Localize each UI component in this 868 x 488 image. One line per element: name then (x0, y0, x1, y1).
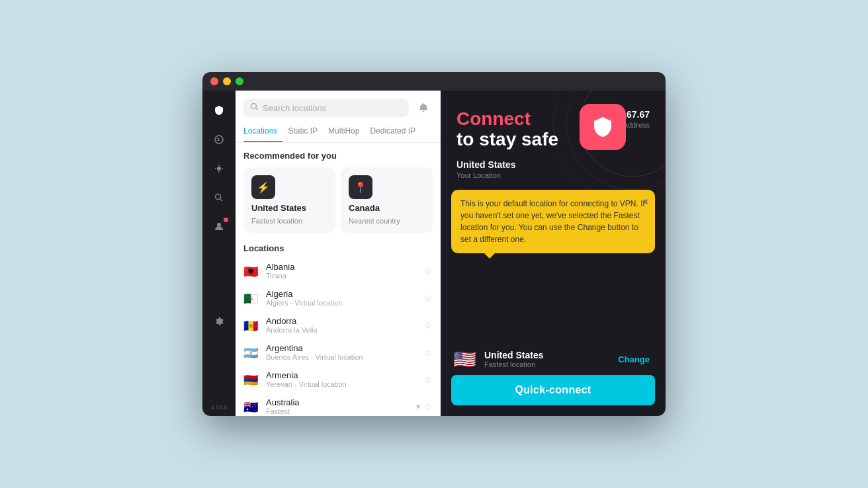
vpn-logo (580, 104, 626, 150)
loc-info-argentina: Argentina Buenos Aires - Virtual locatio… (266, 343, 417, 361)
default-location-tooltip: × This is your default location for conn… (451, 190, 655, 253)
app-window: 4.14.0 (202, 72, 666, 416)
flag-andorra: 🇦🇩 (243, 320, 259, 331)
your-location-info: United States Your Location (456, 159, 650, 179)
loc-sub-andorra: Andorra la Vella (266, 326, 417, 334)
sidebar-item-settings[interactable] (207, 309, 231, 333)
loc-sub-australia: Fastest (266, 407, 410, 415)
loc-actions-albania: ☆ (424, 266, 433, 276)
tooltip-text: This is your default location for connec… (460, 199, 645, 244)
bottom-bar: 🇺🇸 United States Fastest location Change… (441, 341, 666, 416)
svg-point-2 (216, 194, 221, 200)
loc-name-australia: Australia (266, 397, 410, 407)
rec-card-us-icon: ⚡ (251, 175, 275, 199)
sidebar-item-account[interactable] (207, 215, 231, 239)
close-button[interactable] (210, 77, 218, 85)
locations-header: Locations (236, 238, 441, 257)
loc-actions-andorra: ☆ (424, 320, 433, 331)
version-label: 4.14.0 (210, 404, 227, 411)
rec-card-us-sub: Fastest location (251, 217, 327, 225)
star-algeria[interactable]: ☆ (424, 293, 433, 304)
search-icon (250, 102, 259, 113)
left-panel: Locations Static IP MultiHop Dedicated I… (236, 91, 441, 416)
loc-sub-argentina: Buenos Aires - Virtual location (266, 353, 417, 361)
rec-card-us-name: United States (251, 203, 327, 213)
list-item-andorra[interactable]: 🇦🇩 Andorra Andorra la Vella ☆ (236, 311, 441, 339)
sidebar-item-debug[interactable] (207, 157, 231, 181)
search-bar (236, 91, 441, 117)
right-panel: Connect to stay safe United States Your … (441, 91, 666, 416)
locations-section-title: Locations (243, 243, 433, 253)
svg-point-4 (251, 104, 257, 109)
star-andorra[interactable]: ☆ (424, 320, 433, 331)
loc-sub-algeria: Algiers - Virtual location (266, 299, 417, 307)
your-location-label: Your Location (456, 171, 650, 179)
loc-actions-algeria: ☆ (424, 293, 433, 304)
loc-name-algeria: Algeria (266, 289, 417, 299)
rec-card-ca[interactable]: 📍 Canada Nearest country (341, 167, 433, 233)
star-argentina[interactable]: ☆ (424, 347, 433, 358)
selected-loc-info: United States Fastest location (484, 350, 606, 368)
loc-actions-australia: ▾ ☆ (416, 401, 433, 412)
sidebar-item-vpn[interactable] (207, 99, 231, 122)
loc-name-andorra: Andorra (266, 316, 417, 326)
list-item-albania[interactable]: 🇦🇱 Albania Tirana ☆ (236, 257, 441, 284)
flag-australia: 🇦🇺 (243, 401, 259, 412)
rec-card-ca-icon: 📍 (349, 175, 372, 199)
selected-flag: 🇺🇸 (451, 350, 478, 368)
loc-info-armenia: Armenia Yerevan - Virtual location (266, 370, 417, 388)
rec-card-ca-sub: Nearest country (349, 217, 425, 225)
star-armenia[interactable]: ☆ (424, 374, 433, 385)
loc-info-australia: Australia Fastest (266, 397, 410, 415)
list-item-algeria[interactable]: 🇩🇿 Algeria Algiers - Virtual location ☆ (236, 284, 441, 311)
titlebar (202, 72, 666, 91)
recommended-cards: ⚡ United States Fastest location 📍 Canad… (243, 167, 433, 233)
recommended-section: Recommended for you ⚡ United States Fast… (236, 143, 441, 238)
loc-sub-albania: Tirana (266, 272, 417, 280)
list-item-armenia[interactable]: 🇦🇲 Armenia Yerevan - Virtual location ☆ (236, 366, 441, 393)
loc-name-albania: Albania (266, 262, 417, 272)
loc-info-andorra: Andorra Andorra la Vella (266, 316, 417, 334)
locations-list: Recommended for you ⚡ United States Fast… (236, 143, 441, 416)
selected-loc-name: United States (484, 350, 606, 360)
loc-name-armenia: Armenia (266, 370, 417, 380)
your-location-name: United States (456, 159, 650, 170)
flag-armenia: 🇦🇲 (243, 374, 259, 385)
loc-actions-armenia: ☆ (424, 374, 433, 385)
app-body: 4.14.0 (202, 91, 666, 416)
sidebar-item-search[interactable] (207, 186, 231, 210)
list-item-australia[interactable]: 🇦🇺 Australia Fastest ▾ ☆ (236, 393, 441, 416)
connect-section: Connect to stay safe United States Your … (441, 91, 666, 190)
chevron-australia[interactable]: ▾ (416, 402, 420, 411)
search-input[interactable] (263, 103, 402, 113)
rec-card-ca-name: Canada (349, 203, 425, 213)
tab-static-ip[interactable]: Static IP (282, 124, 323, 142)
tab-dedicated-ip[interactable]: Dedicated IP (365, 124, 421, 142)
account-badge (224, 218, 228, 222)
quick-connect-button[interactable]: Quick-connect (451, 375, 655, 405)
loc-info-algeria: Algeria Algiers - Virtual location (266, 289, 417, 307)
loc-name-argentina: Argentina (266, 343, 417, 353)
svg-point-0 (215, 136, 223, 143)
minimize-button[interactable] (223, 77, 231, 85)
star-albania[interactable]: ☆ (424, 266, 433, 276)
tooltip-arrow (484, 253, 495, 259)
svg-point-1 (217, 167, 221, 171)
notification-bell[interactable] (414, 99, 433, 117)
sidebar-item-snooze[interactable] (207, 128, 231, 151)
star-australia[interactable]: ☆ (424, 401, 433, 412)
loc-info-albania: Albania Tirana (266, 262, 417, 280)
tab-multihop[interactable]: MultiHop (323, 124, 365, 142)
flag-argentina: 🇦🇷 (243, 347, 259, 358)
flag-algeria: 🇩🇿 (243, 293, 259, 304)
list-item-argentina[interactable]: 🇦🇷 Argentina Buenos Aires - Virtual loca… (236, 339, 441, 366)
search-input-wrap[interactable] (243, 99, 409, 117)
rec-card-us[interactable]: ⚡ United States Fastest location (243, 167, 335, 233)
maximize-button[interactable] (236, 77, 243, 85)
change-location-button[interactable]: Change (613, 352, 655, 367)
sidebar: 4.14.0 (202, 91, 236, 416)
loc-sub-armenia: Yerevan - Virtual location (266, 380, 417, 388)
flag-albania: 🇦🇱 (243, 266, 259, 276)
tab-locations[interactable]: Locations (243, 124, 282, 142)
tooltip-close-button[interactable]: × (643, 195, 648, 209)
